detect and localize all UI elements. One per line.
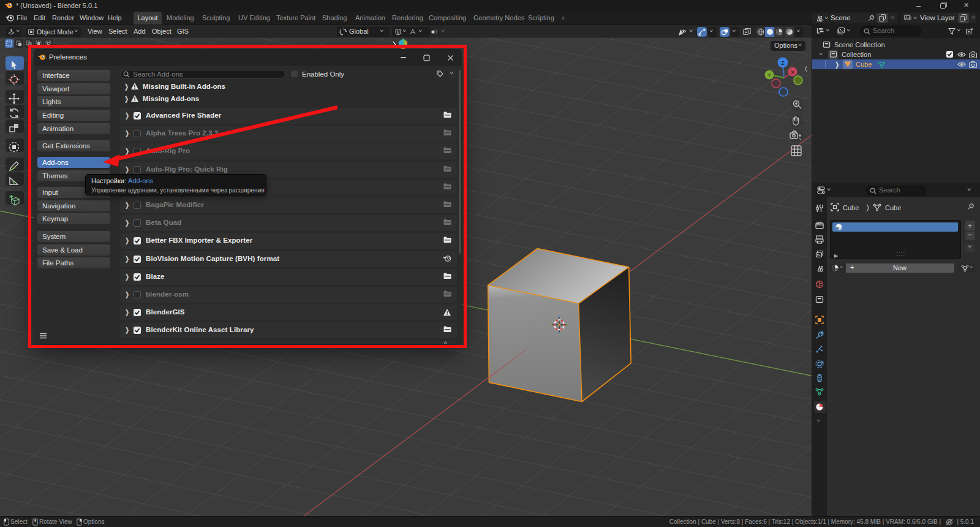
svg-text:Y: Y bbox=[767, 72, 771, 78]
svg-text:Z: Z bbox=[781, 59, 785, 66]
svg-text:X: X bbox=[791, 69, 794, 75]
